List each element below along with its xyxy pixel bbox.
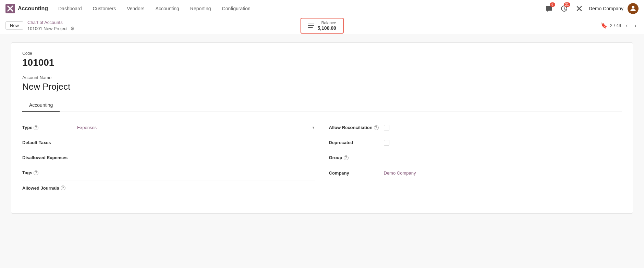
pagination: 🔖 2 / 49 ‹ › (600, 21, 639, 30)
type-dropdown-arrow: ▼ (312, 126, 315, 129)
allow-reconciliation-row: Allow Reconciliation ? (329, 120, 622, 135)
breadcrumb: Chart of Accounts 101001 New Project ⚙ (27, 20, 75, 31)
breadcrumb-current-text: 101001 New Project (27, 26, 68, 31)
breadcrumb-current: 101001 New Project ⚙ (27, 26, 75, 31)
nav-menu: Dashboard Customers Vendors Accounting R… (53, 4, 544, 13)
balance-line-2 (308, 25, 314, 26)
tags-row: Tags ? (22, 165, 315, 180)
allowed-journals-row: Allowed Journals ? (22, 180, 315, 195)
allow-reconciliation-value (384, 125, 622, 130)
balance-widget[interactable]: Balance 5,100.00 (300, 18, 344, 34)
default-taxes-label: Default Taxes (22, 140, 77, 145)
activities-badge: 21 (564, 2, 570, 7)
allow-reconciliation-checkbox[interactable] (384, 125, 389, 130)
balance-value: 5,100.00 (317, 25, 336, 31)
nav-reporting[interactable]: Reporting (185, 4, 216, 13)
tags-label: Tags ? (22, 170, 77, 175)
nav-configuration[interactable]: Configuration (217, 4, 255, 13)
left-col: Type ? Expenses ▼ Default Taxes (22, 120, 315, 195)
next-page-button[interactable]: › (633, 21, 639, 30)
close-apps-icon (576, 5, 583, 12)
balance-label: Balance (321, 21, 336, 25)
group-label: Group ? (329, 155, 384, 160)
nav-dashboard[interactable]: Dashboard (53, 4, 87, 13)
deprecated-row: Deprecated (329, 135, 622, 150)
tags-help-icon[interactable]: ? (34, 170, 38, 175)
page-info: 2 / 49 (610, 23, 621, 28)
deprecated-value (384, 140, 622, 145)
account-name-label: Account Name (22, 75, 622, 80)
main-content: Code 101001 Account Name New Project Acc… (0, 34, 644, 268)
svg-point-2 (632, 6, 634, 9)
form-two-col: Type ? Expenses ▼ Default Taxes (22, 120, 622, 195)
breadcrumb-bar: New Chart of Accounts 101001 New Project… (0, 17, 644, 34)
odoo-logo-icon (5, 4, 15, 13)
nav-customers[interactable]: Customers (88, 4, 121, 13)
type-help-icon[interactable]: ? (34, 125, 38, 130)
new-button[interactable]: New (5, 21, 23, 30)
bookmark-icon[interactable]: 🔖 (600, 22, 607, 29)
activities-button[interactable]: 21 (559, 3, 570, 14)
messages-button[interactable]: 6 (544, 3, 555, 14)
breadcrumb-parent-link[interactable]: Chart of Accounts (27, 20, 75, 25)
type-row: Type ? Expenses ▼ (22, 120, 315, 135)
allowed-journals-label: Allowed Journals ? (22, 186, 77, 191)
balance-line-1 (308, 24, 314, 24)
allow-reconciliation-label: Allow Reconciliation ? (329, 125, 384, 130)
company-link[interactable]: Demo Company (384, 170, 416, 176)
balance-lines-icon (308, 24, 314, 28)
messages-badge: 6 (550, 2, 555, 7)
disallowed-expenses-row: Disallowed Expenses (22, 150, 315, 165)
nav-accounting[interactable]: Accounting (151, 4, 184, 13)
prev-page-button[interactable]: ‹ (624, 21, 630, 30)
code-field-group: Code 101001 (22, 51, 622, 68)
nav-vendors[interactable]: Vendors (122, 4, 149, 13)
disallowed-expenses-label: Disallowed Expenses (22, 155, 77, 160)
balance-line-3 (308, 27, 313, 28)
avatar[interactable] (628, 3, 639, 14)
balance-info: Balance 5,100.00 (317, 21, 336, 31)
settings-gear-icon[interactable]: ⚙ (70, 26, 75, 31)
deprecated-label: Deprecated (329, 140, 384, 145)
close-apps-button[interactable] (574, 3, 585, 14)
type-label: Type ? (22, 125, 77, 130)
default-taxes-row: Default Taxes (22, 135, 315, 150)
code-label: Code (22, 51, 622, 56)
deprecated-checkbox[interactable] (384, 140, 389, 145)
allow-reconciliation-help-icon[interactable]: ? (374, 125, 379, 130)
record-card: Code 101001 Account Name New Project Acc… (11, 42, 633, 214)
allowed-journals-help-icon[interactable]: ? (61, 186, 65, 190)
avatar-icon (629, 4, 637, 13)
nav-logo[interactable]: Accounting (5, 4, 48, 13)
code-value[interactable]: 101001 (22, 57, 622, 68)
type-value[interactable]: Expenses ▼ (77, 125, 315, 130)
company-name-label: Demo Company (589, 6, 623, 11)
top-nav: Accounting Dashboard Customers Vendors A… (0, 0, 644, 17)
group-row: Group ? (329, 150, 622, 165)
account-name-value[interactable]: New Project (22, 81, 622, 92)
nav-right: 6 21 Demo Company (544, 3, 639, 14)
company-row: Company Demo Company (329, 165, 622, 180)
tab-accounting[interactable]: Accounting (22, 99, 60, 112)
tabs-bar: Accounting (22, 99, 622, 112)
app-title: Accounting (18, 5, 48, 12)
company-label: Company (329, 170, 384, 176)
company-value: Demo Company (384, 170, 622, 176)
group-help-icon[interactable]: ? (344, 155, 349, 160)
account-name-field-group: Account Name New Project (22, 75, 622, 92)
right-col: Allow Reconciliation ? Deprecated (329, 120, 622, 195)
